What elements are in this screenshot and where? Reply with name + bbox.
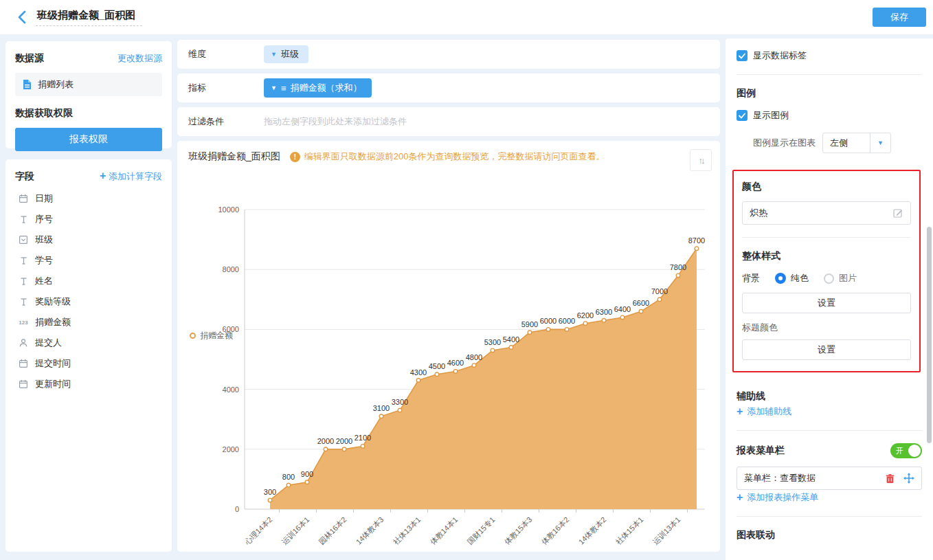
legend-position-select[interactable]: 左侧 ▼ xyxy=(822,133,891,153)
svg-text:体教15本3: 体教15本3 xyxy=(502,515,534,547)
svg-text:运训16本1: 运训16本1 xyxy=(280,515,311,546)
fields-card: 字段 + 添加计算字段 日期序号班级学号姓名奖励等级123捐赠金额提交人提交时间… xyxy=(5,159,172,552)
svg-text:4300: 4300 xyxy=(410,368,427,377)
calendar-icon xyxy=(18,379,29,389)
toggle-knob xyxy=(908,445,921,457)
svg-text:0: 0 xyxy=(235,505,239,513)
back-button[interactable] xyxy=(8,3,36,31)
field-item[interactable]: 奖励等级 xyxy=(15,291,162,312)
report-permission-button[interactable]: 报表权限 xyxy=(15,128,162,151)
svg-text:10000: 10000 xyxy=(218,205,239,214)
bg-solid-radio[interactable]: 纯色 xyxy=(775,272,809,284)
divider xyxy=(742,237,911,238)
fields-heading: 字段 xyxy=(15,170,34,183)
warning-icon: ! xyxy=(290,152,300,162)
menu-bar-item[interactable]: 菜单栏：查看数据 xyxy=(737,467,922,490)
svg-text:体教14本1: 体教14本1 xyxy=(428,515,460,547)
field-item[interactable]: 123捐赠金额 xyxy=(15,312,162,333)
svg-text:运训13本1: 运训13本1 xyxy=(651,515,682,546)
svg-text:6600: 6600 xyxy=(633,299,649,307)
dimension-pill[interactable]: ▼ 班级 xyxy=(264,45,308,63)
color-theme-input[interactable]: 炽热 xyxy=(742,201,911,225)
svg-text:7800: 7800 xyxy=(670,263,686,271)
person-icon xyxy=(18,338,29,348)
svg-text:2000: 2000 xyxy=(223,445,239,453)
edit-icon[interactable] xyxy=(892,208,903,219)
field-list: 日期序号班级学号姓名奖励等级123捐赠金额提交人提交时间更新时间 xyxy=(15,188,162,394)
filter-row[interactable]: 过滤条件 拖动左侧字段到此处来添加过滤条件 xyxy=(177,107,720,136)
svg-text:2000: 2000 xyxy=(317,437,334,445)
calendar-icon xyxy=(18,194,29,203)
svg-text:300: 300 xyxy=(264,488,276,496)
report-menu-heading: 报表菜单栏 xyxy=(737,445,785,457)
field-item[interactable]: 姓名 xyxy=(15,271,162,291)
datasource-card: 数据源 更改数据源 捐赠列表 数据获取权限 报表权限 xyxy=(5,41,172,148)
field-item-label: 班级 xyxy=(35,234,53,246)
check-icon xyxy=(739,113,745,119)
field-item-label: 姓名 xyxy=(35,275,53,287)
text-icon xyxy=(18,277,29,286)
datasource-item[interactable]: 捐赠列表 xyxy=(15,73,162,96)
svg-text:体教16本2: 体教16本2 xyxy=(539,515,571,547)
trash-icon[interactable] xyxy=(885,473,895,484)
field-item[interactable]: 更新时间 xyxy=(15,374,162,394)
field-item[interactable]: 提交人 xyxy=(15,333,162,353)
svg-text:2000: 2000 xyxy=(336,437,352,445)
field-item-label: 奖励等级 xyxy=(35,295,71,308)
datasource-heading: 数据源 xyxy=(15,52,44,65)
background-set-button[interactable]: 设置 xyxy=(742,293,911,313)
sort-button[interactable]: ↑↓ xyxy=(690,149,712,171)
field-item[interactable]: 班级 xyxy=(15,229,162,250)
svg-text:14体教本3: 14体教本3 xyxy=(355,515,385,546)
report-menu-toggle[interactable]: 开 xyxy=(890,443,922,458)
metric-row: 指标 ▼ ≡ 捐赠金额（求和） xyxy=(177,74,720,102)
svg-text:6000: 6000 xyxy=(559,317,575,325)
svg-text:800: 800 xyxy=(282,473,295,481)
add-guide-line-link[interactable]: +添加辅助线 xyxy=(737,405,791,418)
svg-text:社体13本1: 社体13本1 xyxy=(392,515,423,546)
style-heading: 整体样式 xyxy=(742,250,911,262)
page-scrollbar[interactable] xyxy=(927,227,932,443)
field-item[interactable]: 学号 xyxy=(15,250,162,271)
title-color-set-button[interactable]: 设置 xyxy=(742,339,911,360)
metric-pill[interactable]: ▼ ≡ 捐赠金额（求和） xyxy=(264,78,372,98)
field-item[interactable]: 提交时间 xyxy=(15,353,162,374)
plus-icon: + xyxy=(737,406,743,417)
svg-text:2100: 2100 xyxy=(355,434,371,442)
text-icon xyxy=(18,215,29,224)
svg-text:4000: 4000 xyxy=(223,385,239,394)
add-calc-field-link[interactable]: + 添加计算字段 xyxy=(100,170,162,183)
svg-text:5300: 5300 xyxy=(484,338,501,346)
field-item-label: 日期 xyxy=(35,192,53,205)
change-datasource-link[interactable]: 更改数据源 xyxy=(117,52,162,65)
svg-text:心理14本2: 心理14本2 xyxy=(243,515,274,547)
chevron-down-icon: ▼ xyxy=(271,85,277,91)
svg-text:国财15专1: 国财15专1 xyxy=(466,515,497,546)
show-legend-checkbox[interactable] xyxy=(737,110,747,121)
field-item[interactable]: 日期 xyxy=(15,188,162,209)
field-item[interactable]: 序号 xyxy=(15,209,162,229)
chart-card: 班级捐赠金额_面积图 ! 编辑界面只取数据源前200条作为查询数据预览，完整数据… xyxy=(177,141,720,552)
svg-text:6400: 6400 xyxy=(614,305,631,313)
add-report-menu-link[interactable]: +添加报表操作菜单 xyxy=(737,491,818,504)
field-item-label: 提交时间 xyxy=(35,357,71,370)
radio-on-icon xyxy=(775,273,786,284)
bg-image-radio[interactable]: 图片 xyxy=(824,272,857,284)
move-icon[interactable] xyxy=(903,473,914,484)
text-icon xyxy=(18,298,29,306)
sort-icon: ↑↓ xyxy=(699,155,704,166)
svg-text:7000: 7000 xyxy=(651,287,668,295)
svg-text:3100: 3100 xyxy=(373,404,390,412)
save-button[interactable]: 保存 xyxy=(873,8,926,27)
title-color-label: 标题颜色 xyxy=(742,322,911,334)
field-item-label: 更新时间 xyxy=(35,378,71,390)
svg-text:6300: 6300 xyxy=(596,308,612,316)
top-bar: 班级捐赠金额_面积图 保存 xyxy=(0,0,933,34)
svg-text:14体教本2: 14体教本2 xyxy=(577,515,608,546)
divider xyxy=(737,74,922,75)
field-item-label: 提交人 xyxy=(35,337,62,349)
dimension-row: 维度 ▼ 班级 xyxy=(177,40,720,69)
page-title[interactable]: 班级捐赠金额_面积图 xyxy=(36,9,142,26)
svg-text:8700: 8700 xyxy=(688,236,705,245)
show-data-label-checkbox[interactable] xyxy=(737,50,747,61)
